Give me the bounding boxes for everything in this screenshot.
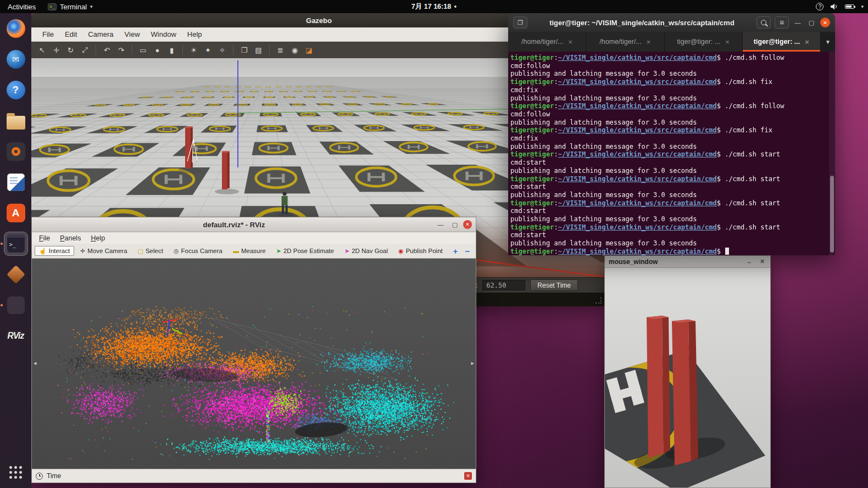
snap-tool-icon[interactable]: ◉ [288, 44, 301, 57]
spot-light-tool-icon[interactable]: ✧ [216, 44, 229, 57]
new-window-icon[interactable]: ❐ [513, 16, 527, 29]
terminal-tab-1[interactable]: /home/tiger/...× [508, 32, 586, 52]
system-status-area[interactable]: ? ▾ [816, 3, 864, 10]
terminal-prompt-line: tiger@tiger:~/VISIM_single/catkin_ws/src… [510, 78, 835, 86]
left-panel-collapse-icon[interactable]: ◂ [34, 360, 37, 367]
select-tool-icon[interactable]: ↖ [36, 44, 48, 57]
gazebo-menu-help[interactable]: Help [182, 28, 208, 41]
rviz-maximize-button[interactable]: ▢ [449, 220, 461, 229]
terminal-body[interactable]: tiger@tiger:~/VISIM_single/catkin_ws/src… [508, 52, 835, 255]
resize-grip-icon[interactable] [596, 298, 602, 304]
right-panel-collapse-icon[interactable]: ▸ [471, 360, 474, 367]
mouse-window-titlebar[interactable]: mouse_window – ✕ [605, 256, 770, 268]
clock-menu[interactable]: 7月 17 16:18 [411, 2, 457, 12]
mouse-window-minimize-button[interactable]: – [745, 259, 753, 265]
scale-tool-icon[interactable]: ⤢ [79, 44, 91, 57]
tab-label: /home/tiger/... [599, 38, 641, 46]
dock-item-gazebo[interactable] [4, 293, 28, 317]
tab-list-dropdown[interactable]: ▼ [821, 32, 835, 52]
dock-item-media-player[interactable] [4, 139, 28, 164]
translate-tool-icon[interactable]: ✛ [50, 44, 63, 57]
show-applications-button[interactable] [4, 459, 28, 484]
chevron-down-icon[interactable]: ▾ [479, 248, 482, 254]
focused-app-menu[interactable]: >_ Terminal ▾ [43, 3, 97, 11]
tool-select[interactable]: ▢Select [133, 246, 168, 256]
tool-2d-nav-goal[interactable]: ➤2D Nav Goal [340, 246, 392, 256]
dock-item-rviz[interactable]: RViz [4, 324, 28, 348]
terminal-output-line: cmd:fix [510, 134, 835, 143]
gazebo-menu-edit[interactable]: Edit [59, 28, 82, 41]
cylinder-tool-icon[interactable]: ▮ [165, 44, 178, 57]
rviz-pointcloud-canvas[interactable] [32, 259, 476, 469]
tab-close-icon[interactable]: × [805, 38, 809, 46]
tab-label: tiger@tiger: ... [677, 38, 720, 46]
dock-item-email[interactable]: ✉ [4, 47, 28, 71]
mouse-window-close-button[interactable]: ✕ [758, 258, 766, 265]
terminal-tab-3[interactable]: tiger@tiger: ...× [665, 32, 743, 52]
scrollbar-thumb[interactable] [830, 176, 834, 253]
gazebo-menu-camera[interactable]: Camera [82, 28, 119, 41]
terminal-tab-2[interactable]: /home/tiger/...× [586, 32, 664, 52]
dock-item-ubuntu-software[interactable]: A [4, 201, 28, 225]
mouse-window-view[interactable] [605, 268, 770, 487]
email-icon: ✉ [7, 50, 25, 69]
terminal-titlebar[interactable]: ❐ tiger@tiger: ~/VISIM_single/catkin_ws/… [508, 13, 835, 32]
gazebo-menu-view[interactable]: View [119, 28, 146, 41]
tab-close-icon[interactable]: × [569, 38, 573, 46]
terminal-maximize-button[interactable]: ▢ [806, 19, 816, 26]
tool-2d-pose-estimate[interactable]: ➤2D Pose Estimate [272, 246, 338, 256]
copy-tool-icon[interactable]: ❐ [238, 44, 251, 57]
directional-light-tool-icon[interactable]: ☀ [187, 44, 200, 57]
sphere-tool-icon[interactable]: ● [151, 44, 164, 57]
terminal-tab-4[interactable]: tiger@tiger: ...× [743, 32, 821, 52]
dock-item-terminal[interactable]: >_ [4, 232, 28, 256]
undo-tool-icon[interactable]: ↶ [101, 44, 113, 57]
tool-publish-point[interactable]: ◉Publish Point [394, 246, 447, 256]
dock-item-simulator[interactable] [4, 262, 28, 287]
time-panel-close-button[interactable]: ✕ [464, 472, 472, 480]
dock-item-libreoffice-writer[interactable] [4, 170, 28, 194]
box-tool-icon[interactable]: ▭ [137, 44, 149, 57]
tool-label: Focus Camera [181, 248, 222, 254]
gazebo-menu-window[interactable]: Window [146, 28, 182, 41]
search-button[interactable] [756, 16, 771, 29]
tab-close-icon[interactable]: × [647, 38, 651, 46]
add-tool-button[interactable]: + [450, 246, 461, 256]
gazebo-title: Gazebo [306, 16, 332, 25]
view-angle-tool-icon[interactable]: ◪ [303, 44, 315, 57]
terminal-minimize-button[interactable]: — [793, 19, 803, 26]
dock-item-firefox[interactable] [4, 16, 28, 41]
move-camera-icon: ✛ [80, 248, 85, 254]
tool-focus-camera[interactable]: ◎Focus Camera [169, 246, 227, 256]
tab-close-icon[interactable]: × [725, 38, 730, 46]
redo-tool-icon[interactable]: ↷ [115, 44, 127, 57]
menu-button[interactable]: ≡ [775, 16, 789, 29]
rviz-menu-help[interactable]: Help [86, 233, 110, 243]
rviz-menu-file[interactable]: File [34, 233, 55, 243]
remove-tool-button[interactable]: − [463, 246, 473, 256]
tool-measure[interactable]: ▬Measure [229, 246, 270, 256]
rviz-3d-view[interactable]: ◂ ▸ [32, 259, 476, 469]
select-box-icon: ▢ [138, 248, 143, 254]
rviz-menu-panels[interactable]: Panels [55, 233, 86, 243]
point-light-tool-icon[interactable]: ✦ [202, 44, 214, 57]
gazebo-menu-file[interactable]: File [37, 28, 59, 41]
rviz-minimize-button[interactable]: — [435, 220, 447, 229]
rviz-titlebar[interactable]: default.rviz* - RViz — ▢ ✕ [32, 217, 476, 232]
terminal-close-button[interactable]: ✕ [820, 18, 830, 27]
paste-tool-icon[interactable]: ▤ [252, 44, 265, 57]
rotate-tool-icon[interactable]: ↻ [64, 44, 77, 57]
reset-time-button[interactable]: Reset Time [530, 279, 578, 291]
dock-item-help[interactable]: ? [4, 78, 28, 102]
tool-move-camera[interactable]: ✛Move Camera [76, 246, 131, 256]
hand-icon: ☝ [39, 248, 47, 254]
align-tool-icon[interactable]: ≣ [274, 44, 287, 57]
media-player-icon [7, 142, 25, 161]
tool-label: Publish Point [406, 248, 443, 254]
tool-interact[interactable]: ☝Interact [35, 246, 74, 256]
folder-icon [7, 116, 25, 130]
activities-button[interactable]: Activities [0, 3, 43, 11]
search-icon [761, 20, 766, 25]
dock-item-files[interactable] [4, 109, 28, 133]
rviz-close-button[interactable]: ✕ [463, 220, 472, 229]
